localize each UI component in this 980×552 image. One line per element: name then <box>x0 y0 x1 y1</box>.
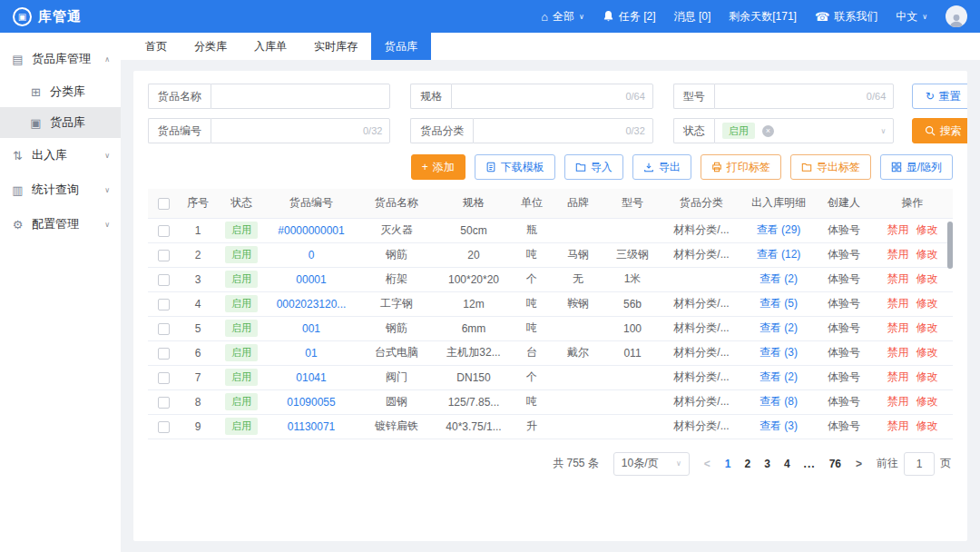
goods-code-link[interactable]: 001 <box>302 322 320 335</box>
edit-link[interactable]: 修改 <box>916 370 938 383</box>
print-label-button[interactable]: 打印标签 <box>701 154 781 180</box>
goods-code-input[interactable] <box>219 124 359 137</box>
tab-home[interactable]: 首页 <box>132 33 181 60</box>
disable-link[interactable]: 禁用 <box>887 370 909 383</box>
disable-link[interactable]: 禁用 <box>887 395 909 408</box>
row-checkbox[interactable] <box>158 372 170 384</box>
scope-selector[interactable]: ⌂ 全部 ∨ <box>541 9 584 25</box>
toggle-columns-button[interactable]: 显/隐列 <box>880 154 953 180</box>
next-page-button[interactable]: > <box>856 458 862 470</box>
sidebar-group-in-out[interactable]: ⇅ 出入库 ∨ <box>0 138 121 172</box>
reset-button[interactable]: ↻ 重置 <box>912 84 967 109</box>
view-detail-link[interactable]: 查看 (2) <box>760 272 798 285</box>
goods-code-link[interactable]: 01130071 <box>288 420 336 433</box>
total-count: 共 755 条 <box>553 456 599 471</box>
add-button[interactable]: + 添加 <box>411 154 466 180</box>
tab-classify[interactable]: 分类库 <box>181 33 240 60</box>
page-number[interactable]: 4 <box>784 458 790 470</box>
export-label-button[interactable]: 导出标签 <box>790 154 871 180</box>
edit-link[interactable]: 修改 <box>916 419 938 432</box>
row-checkbox[interactable] <box>158 421 170 433</box>
user-avatar[interactable] <box>946 5 967 27</box>
model-input[interactable] <box>722 90 863 103</box>
goods-code-link[interactable]: 01 <box>305 347 317 360</box>
disable-link[interactable]: 禁用 <box>887 248 909 261</box>
import-button[interactable]: 导入 <box>564 154 623 180</box>
sidebar-item-goods[interactable]: ▣ 货品库 <box>0 107 121 138</box>
disable-link[interactable]: 禁用 <box>887 321 909 334</box>
page-number[interactable]: 2 <box>745 458 751 470</box>
goods-code-link[interactable]: #0000000001 <box>278 224 344 237</box>
messages-link[interactable]: 消息 [0] <box>674 9 711 25</box>
page-size-select[interactable]: 10条/页 ∨ <box>613 452 690 476</box>
disable-link[interactable]: 禁用 <box>887 346 909 359</box>
select-all-checkbox[interactable] <box>158 198 170 210</box>
cell-model: 1米 <box>603 267 662 291</box>
row-checkbox[interactable] <box>158 225 170 237</box>
edit-link[interactable]: 修改 <box>916 346 938 359</box>
edit-link[interactable]: 修改 <box>916 321 938 334</box>
status-select[interactable]: 启用× ∨ <box>714 118 894 143</box>
goods-code-link[interactable]: 00001 <box>296 273 326 286</box>
spec-input[interactable] <box>459 90 622 103</box>
view-detail-link[interactable]: 查看 (12) <box>757 248 801 261</box>
disable-link[interactable]: 禁用 <box>887 297 909 310</box>
row-checkbox[interactable] <box>158 250 170 261</box>
goto-page-input[interactable] <box>904 452 935 476</box>
row-checkbox[interactable] <box>158 299 170 310</box>
tab-bar: 首页 分类库 入库单 实时库存 货品库 <box>121 33 980 60</box>
cell-model <box>603 389 662 414</box>
edit-link[interactable]: 修改 <box>916 248 938 261</box>
download-template-button[interactable]: 下载模板 <box>475 154 555 180</box>
sidebar-group-goods-manage[interactable]: ▤ 货品库管理 ∧ <box>0 42 121 76</box>
disable-link[interactable]: 禁用 <box>887 419 909 432</box>
page-number[interactable]: 1 <box>725 458 731 470</box>
tab-label: 首页 <box>145 39 167 54</box>
cell-unit: 个 <box>511 365 553 389</box>
row-checkbox[interactable] <box>158 397 170 409</box>
sidebar-item-classify[interactable]: ⊞ 分类库 <box>0 76 121 107</box>
row-checkbox[interactable] <box>158 323 170 335</box>
view-detail-link[interactable]: 查看 (3) <box>760 346 798 359</box>
edit-link[interactable]: 修改 <box>916 272 938 285</box>
disable-link[interactable]: 禁用 <box>887 272 909 285</box>
export-button[interactable]: 导出 <box>632 154 691 180</box>
edit-link[interactable]: 修改 <box>916 223 938 236</box>
tab-realtime-stock[interactable]: 实时库存 <box>300 33 371 60</box>
tab-goods[interactable]: 货品库 <box>371 33 431 60</box>
tasks-link[interactable]: 任务 [2] <box>603 9 656 25</box>
row-checkbox[interactable] <box>158 348 170 360</box>
contact-link[interactable]: ☎ 联系我们 <box>815 9 877 25</box>
view-detail-link[interactable]: 查看 (2) <box>760 321 798 334</box>
sidebar-group-stats[interactable]: ▥ 统计查询 ∨ <box>0 172 121 207</box>
language-selector[interactable]: 中文 ∨ <box>896 9 927 25</box>
goods-code-link[interactable]: 01090055 <box>287 396 335 409</box>
search-button[interactable]: 搜索 <box>912 118 967 143</box>
page-more-button[interactable]: ... <box>804 458 816 470</box>
tab-inbound[interactable]: 入库单 <box>240 33 300 60</box>
reset-label: 重置 <box>939 89 961 104</box>
table-scrollbar[interactable] <box>947 222 953 269</box>
status-tag: 启用 <box>225 222 258 238</box>
goods-code-link[interactable]: 0 <box>309 249 315 261</box>
row-checkbox[interactable] <box>158 274 170 286</box>
edit-link[interactable]: 修改 <box>916 297 938 310</box>
view-detail-link[interactable]: 查看 (8) <box>760 395 798 408</box>
goods-code-link[interactable]: 0002023120... <box>277 298 347 310</box>
view-detail-link[interactable]: 查看 (2) <box>760 370 798 383</box>
view-detail-link[interactable]: 查看 (5) <box>760 297 798 310</box>
goods-name-input[interactable] <box>219 90 382 103</box>
cell-unit: 吨 <box>511 316 553 340</box>
edit-link[interactable]: 修改 <box>916 395 938 408</box>
view-detail-link[interactable]: 查看 (3) <box>760 419 798 432</box>
tag-close-icon[interactable]: × <box>762 125 774 137</box>
disable-link[interactable]: 禁用 <box>887 223 909 236</box>
cell-status: 启用 <box>217 365 266 389</box>
goods-category-input[interactable] <box>481 124 622 137</box>
page-number[interactable]: 76 <box>829 458 841 470</box>
sidebar-group-config[interactable]: ⚙ 配置管理 ∨ <box>0 207 121 242</box>
goods-code-link[interactable]: 01041 <box>296 371 326 384</box>
prev-page-button[interactable]: < <box>704 458 710 470</box>
page-number[interactable]: 3 <box>764 458 770 470</box>
view-detail-link[interactable]: 查看 (29) <box>757 223 801 236</box>
